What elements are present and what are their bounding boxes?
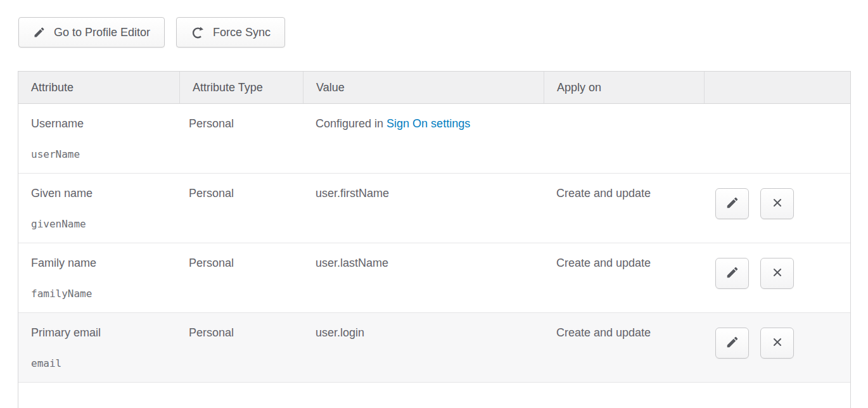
- actions-cell: [704, 104, 850, 173]
- attribute-name: userName: [31, 148, 173, 160]
- sign-on-settings-link[interactable]: Sign On settings: [386, 117, 470, 130]
- delete-attribute-button[interactable]: [760, 188, 794, 219]
- attribute-label: Family name: [31, 257, 173, 270]
- pencil-icon: [33, 26, 46, 39]
- delete-attribute-button[interactable]: [760, 258, 794, 289]
- x-icon: [770, 335, 784, 351]
- attribute-label: Given name: [31, 187, 173, 200]
- table-empty-area: [18, 383, 850, 408]
- x-icon: [770, 196, 784, 212]
- table-row: Given name givenName Personal user.first…: [18, 174, 850, 243]
- apply-on-cell: Create and update: [544, 174, 704, 243]
- attribute-name: email: [31, 357, 173, 369]
- attribute-cell: Username userName: [18, 104, 179, 173]
- actions-cell: [704, 174, 850, 243]
- edit-attribute-button[interactable]: [715, 328, 749, 359]
- table-row: Username userName Personal Configured in…: [18, 104, 850, 174]
- value-cell: user.firstName: [303, 174, 544, 243]
- attribute-cell: Given name givenName: [18, 174, 179, 243]
- value-cell: Configured in Sign On settings: [303, 104, 544, 173]
- header-attribute: Attribute: [18, 72, 179, 103]
- delete-attribute-button[interactable]: [760, 328, 794, 359]
- apply-on-cell: Create and update: [544, 243, 704, 312]
- attribute-label: Username: [31, 117, 173, 131]
- go-to-profile-editor-label: Go to Profile Editor: [54, 26, 150, 39]
- actions-cell: [704, 313, 850, 382]
- force-sync-button[interactable]: Force Sync: [176, 17, 285, 48]
- value-cell: user.lastName: [303, 243, 544, 312]
- attribute-cell: Family name familyName: [18, 243, 179, 312]
- table-row: Primary email email Personal user.login …: [18, 313, 850, 383]
- table-row: Family name familyName Personal user.las…: [18, 243, 850, 313]
- value-text: Configured in: [316, 117, 386, 130]
- attribute-mapping-table: Attribute Attribute Type Value Apply on …: [18, 71, 851, 408]
- attribute-type-cell: Personal: [179, 104, 303, 173]
- header-actions: [704, 72, 850, 103]
- value-cell: user.login: [303, 313, 544, 382]
- x-icon: [770, 265, 784, 281]
- attribute-label: Primary email: [31, 326, 173, 340]
- edit-attribute-button[interactable]: [715, 258, 749, 289]
- header-apply-on: Apply on: [544, 72, 704, 103]
- attribute-type-cell: Personal: [179, 174, 303, 243]
- go-to-profile-editor-button[interactable]: Go to Profile Editor: [18, 17, 165, 48]
- actions-cell: [704, 243, 850, 312]
- attribute-type-cell: Personal: [179, 243, 303, 312]
- attribute-name: givenName: [31, 218, 173, 230]
- edit-attribute-button[interactable]: [715, 188, 749, 219]
- apply-on-cell: [544, 104, 704, 173]
- header-attribute-type: Attribute Type: [179, 72, 303, 103]
- pencil-icon: [725, 265, 739, 281]
- attribute-type-cell: Personal: [179, 313, 303, 382]
- toolbar: Go to Profile Editor Force Sync: [18, 17, 285, 48]
- header-value: Value: [303, 72, 544, 103]
- force-sync-label: Force Sync: [213, 26, 271, 39]
- pencil-icon: [725, 335, 739, 351]
- refresh-icon: [191, 25, 205, 39]
- apply-on-cell: Create and update: [544, 313, 704, 382]
- attribute-cell: Primary email email: [18, 313, 179, 382]
- pencil-icon: [725, 196, 739, 212]
- attribute-name: familyName: [31, 288, 173, 300]
- table-header: Attribute Attribute Type Value Apply on: [18, 72, 850, 104]
